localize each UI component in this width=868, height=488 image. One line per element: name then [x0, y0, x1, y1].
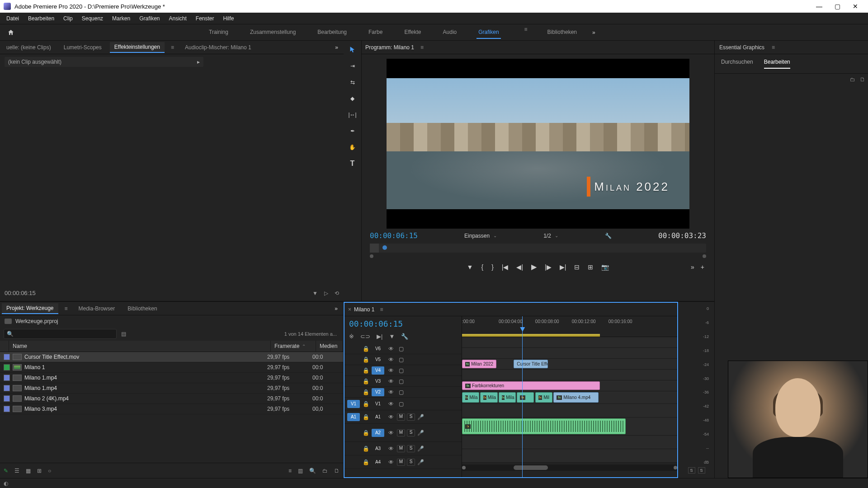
- track-target[interactable]: V3: [372, 377, 384, 385]
- workspace-tab-bearbeitung[interactable]: Bearbeitung: [316, 26, 349, 39]
- fx-badge-icon[interactable]: fx: [520, 395, 525, 400]
- menu-datei[interactable]: Datei: [2, 14, 24, 23]
- menu-bearbeiten[interactable]: Bearbeiten: [24, 14, 59, 23]
- sync-lock-icon[interactable]: ▢: [396, 389, 406, 395]
- track-target[interactable]: A2: [372, 429, 384, 437]
- video-track-header-v1[interactable]: V1 🔒 V1 👁 ▢: [344, 398, 462, 410]
- panel-menu-icon[interactable]: ≡: [377, 306, 386, 313]
- button-editor-overflow-icon[interactable]: »: [691, 263, 694, 271]
- project-item-row[interactable]: Milano 1 29,97 fps 00:0: [0, 362, 343, 373]
- fx-badge-icon[interactable]: fx: [557, 395, 562, 400]
- go-to-out-icon[interactable]: ▶|: [560, 263, 566, 271]
- marker-icon[interactable]: ▶|: [377, 333, 382, 340]
- eye-icon[interactable]: 👁: [386, 367, 396, 374]
- project-item-row[interactable]: Cursor Title Effect.mov 29,97 fps 00:0: [0, 352, 343, 362]
- source-tab[interactable]: Audioclip-Mischer: Milano 1: [180, 42, 256, 52]
- program-duration-timecode[interactable]: 00:00:03:23: [658, 231, 706, 240]
- playhead[interactable]: [522, 316, 523, 477]
- menu-marken[interactable]: Marken: [108, 14, 135, 23]
- source-tab[interactable]: Effekteinstellungen: [110, 42, 165, 53]
- source-patch[interactable]: V1: [347, 400, 360, 408]
- timeline-clip[interactable]: Cursor Title Effect: [514, 360, 548, 368]
- solo-button[interactable]: S: [407, 413, 415, 421]
- meter-solo-button[interactable]: S: [698, 467, 705, 474]
- video-track-v2[interactable]: fxFarbkorrekturen: [462, 380, 677, 391]
- new-bin-icon[interactable]: 🗀: [322, 468, 328, 474]
- track-target[interactable]: V1: [372, 400, 384, 408]
- audio-track-header-a1[interactable]: A1 🔒 A1 👁 M S 🎤: [344, 410, 462, 424]
- audio-track-a1[interactable]: [462, 404, 677, 418]
- mute-button[interactable]: M: [397, 429, 405, 436]
- column-name[interactable]: Name: [9, 341, 271, 352]
- minimize-button[interactable]: —: [810, 0, 828, 13]
- list-view-icon[interactable]: ☰: [14, 468, 19, 474]
- fx-badge-icon[interactable]: fx: [538, 395, 542, 400]
- source-patch[interactable]: [347, 356, 360, 364]
- menu-clip[interactable]: Clip: [59, 14, 77, 23]
- extract-icon[interactable]: ⊞: [588, 263, 593, 271]
- workspace-tab-effekte[interactable]: Effekte: [402, 26, 423, 39]
- workspace-tab-zusammenstellung[interactable]: Zusammenstellung: [248, 26, 297, 39]
- eye-icon[interactable]: 👁: [386, 430, 396, 436]
- track-target[interactable]: A4: [372, 458, 384, 466]
- fx-badge-icon[interactable]: fx: [483, 395, 486, 400]
- workspace-tab-audio[interactable]: Audio: [441, 26, 459, 39]
- resolution-dropdown[interactable]: 1/2⌄: [543, 233, 558, 239]
- label-chip[interactable]: [4, 395, 10, 402]
- record-icon[interactable]: 🎤: [416, 459, 425, 465]
- timeline-clip[interactable]: fxMila: [499, 392, 516, 403]
- source-patch[interactable]: [347, 345, 360, 353]
- track-target[interactable]: V6: [372, 345, 384, 353]
- timeline-timecode[interactable]: 00:00:06:15: [349, 319, 457, 328]
- eye-icon[interactable]: 👁: [386, 414, 396, 420]
- new-layer-icon[interactable]: 🗋: [860, 76, 865, 83]
- fx-badge-icon[interactable]: fx: [465, 395, 468, 400]
- panel-menu-icon[interactable]: ≡: [418, 44, 426, 51]
- sync-lock-icon[interactable]: ▢: [396, 401, 406, 407]
- record-icon[interactable]: 🎤: [416, 430, 425, 436]
- label-chip[interactable]: [4, 406, 10, 412]
- eye-icon[interactable]: 👁: [386, 378, 396, 385]
- transition-icon[interactable]: ▷: [324, 290, 328, 296]
- panel-menu-icon[interactable]: ≡: [168, 44, 177, 51]
- export-frame-icon[interactable]: 📷: [601, 263, 609, 271]
- home-icon[interactable]: [5, 26, 17, 39]
- fx-badge-icon[interactable]: fx: [465, 362, 470, 366]
- panel-menu-icon[interactable]: ≡: [62, 305, 71, 312]
- timeline-clip[interactable]: fxMilan 2022: [462, 360, 496, 368]
- timeline-clip[interactable]: fxMila: [462, 392, 479, 403]
- pencil-icon[interactable]: ✎: [4, 468, 8, 474]
- source-patch[interactable]: [347, 366, 360, 375]
- razor-tool-icon[interactable]: ◆: [348, 94, 357, 103]
- source-patch[interactable]: [347, 429, 360, 437]
- mark-in-icon[interactable]: ▼: [467, 263, 473, 271]
- mute-button[interactable]: M: [397, 459, 405, 466]
- hand-tool-icon[interactable]: ✋: [348, 143, 357, 152]
- mute-button[interactable]: M: [397, 413, 405, 421]
- project-item-row[interactable]: Milano 1.mp4 29,97 fps 00:0: [0, 383, 343, 394]
- close-sequence-icon[interactable]: ×: [348, 306, 354, 313]
- automate-icon[interactable]: ▥: [298, 468, 303, 474]
- sync-lock-icon[interactable]: ▢: [396, 367, 406, 374]
- play-icon[interactable]: ▶: [531, 263, 537, 271]
- solo-button[interactable]: S: [407, 429, 415, 436]
- timeline-clip[interactable]: fxMilano 4.mp4: [553, 392, 599, 403]
- close-button[interactable]: ✕: [846, 0, 864, 13]
- filter-icon[interactable]: ▼: [312, 290, 318, 296]
- track-target[interactable]: A1: [372, 413, 384, 421]
- step-back-icon[interactable]: ◀|: [516, 263, 523, 271]
- solo-button[interactable]: S: [407, 459, 415, 466]
- track-target[interactable]: V5: [372, 356, 384, 364]
- icon-view-icon[interactable]: ▦: [26, 468, 31, 474]
- eye-icon[interactable]: 👁: [386, 401, 396, 407]
- linked-selection-icon[interactable]: ⊂⊃: [360, 333, 370, 340]
- track-select-tool-icon[interactable]: ⇥: [348, 61, 357, 70]
- add-button-icon[interactable]: +: [701, 263, 704, 271]
- mark-in-bracket-icon[interactable]: {: [481, 263, 483, 271]
- zoom-slider-icon[interactable]: ○: [48, 468, 51, 474]
- eg-tab-durchsuchen[interactable]: Durchsuchen: [721, 59, 753, 69]
- audio-track-header-a3[interactable]: 🔒 A3 👁 M S 🎤: [344, 442, 462, 455]
- timeline-clip[interactable]: fxFarbkorrekturen: [462, 381, 600, 390]
- program-current-timecode[interactable]: 00:00:06:15: [370, 231, 418, 240]
- menu-ansicht[interactable]: Ansicht: [164, 14, 191, 23]
